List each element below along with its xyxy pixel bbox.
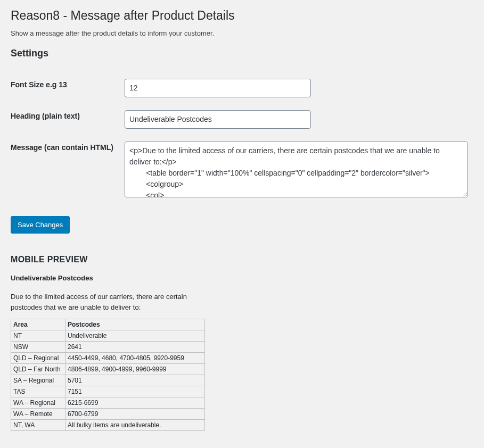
message-textarea[interactable] — [125, 142, 468, 197]
cell-postcodes: All bulky items are undeliverable. — [65, 420, 205, 431]
heading-input[interactable] — [125, 110, 311, 129]
table-row: NT, WAAll bulky items are undeliverable. — [11, 420, 205, 431]
cell-area: NT — [11, 330, 65, 342]
cell-postcodes: 5701 — [65, 375, 205, 386]
cell-area: TAS — [11, 386, 65, 397]
cell-area: NSW — [11, 342, 65, 353]
cell-postcodes: 4450-4499, 4680, 4700-4805, 9920-9959 — [65, 353, 205, 364]
preview-intro: Due to the limited access of our carrier… — [11, 292, 202, 312]
cell-area: WA – Regional — [11, 397, 65, 409]
table-row: WA – Remote6700-6799 — [11, 409, 205, 420]
table-row: SA – Regional5701 — [11, 375, 205, 386]
cell-postcodes: 7151 — [65, 386, 205, 397]
cell-postcodes: Undeliverable — [65, 330, 205, 342]
table-row: QLD – Regional4450-4499, 4680, 4700-4805… — [11, 353, 205, 364]
cell-postcodes: 2641 — [65, 342, 205, 353]
font-size-input[interactable] — [125, 79, 311, 97]
save-changes-button[interactable]: Save Changes — [11, 216, 70, 234]
cell-postcodes: 4806-4899, 4900-4999, 9960-9999 — [65, 364, 205, 375]
cell-area: NT, WA — [11, 420, 65, 431]
table-row: TAS7151 — [11, 386, 205, 397]
page-title: Reason8 - Message after Product Details — [11, 8, 473, 24]
table-row: QLD – Far North4806-4899, 4900-4999, 996… — [11, 364, 205, 375]
preview-subheading: Undeliverable Postcodes — [11, 274, 473, 282]
table-row: NSW2641 — [11, 342, 205, 353]
cell-area: SA – Regional — [11, 375, 65, 386]
table-row: NTUndeliverable — [11, 330, 205, 342]
cell-area: QLD – Far North — [11, 364, 65, 375]
header-postcodes: Postcodes — [65, 319, 205, 330]
font-size-label: Font Size e.g 13 — [11, 72, 125, 104]
page-description: Show a message after the product details… — [11, 29, 473, 37]
settings-form: Font Size e.g 13 Heading (plain text) Me… — [11, 72, 473, 205]
cell-area: WA – Remote — [11, 409, 65, 420]
header-area: Area — [11, 319, 65, 330]
mobile-preview-heading: MOBILE PREVIEW — [11, 255, 473, 264]
cell-area: QLD – Regional — [11, 353, 65, 364]
settings-heading: Settings — [11, 48, 473, 59]
preview-table: Area Postcodes NTUndeliverableNSW2641QLD… — [11, 319, 205, 431]
table-header-row: Area Postcodes — [11, 319, 205, 330]
heading-label: Heading (plain text) — [11, 104, 125, 135]
cell-postcodes: 6700-6799 — [65, 409, 205, 420]
cell-postcodes: 6215-6699 — [65, 397, 205, 409]
table-row: WA – Regional6215-6699 — [11, 397, 205, 409]
message-label: Message (can contain HTML) — [11, 135, 125, 205]
